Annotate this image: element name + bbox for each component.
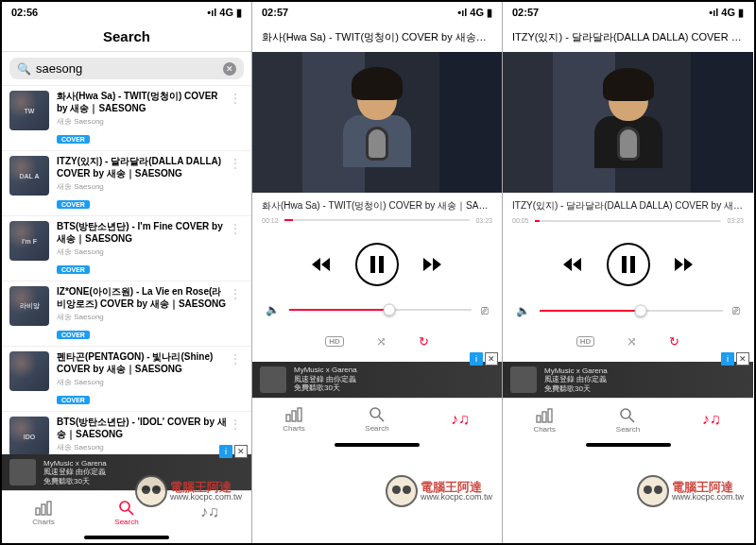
airplay-icon[interactable]: ⎚ <box>732 303 740 317</box>
phone-player-2: 02:57 •ıl 4G ▮ ITZY(있지) - 달라달라(DALLA DAL… <box>503 2 753 543</box>
more-options-button[interactable]: ⋮ <box>227 221 244 236</box>
ad-banner[interactable]: i ✕ MyMusic x Garena 風速登錄 由你定義 免費聽歌30天 <box>252 362 502 398</box>
ad-info-icon[interactable]: i <box>721 352 734 366</box>
status-bar: 02:57 •ıl 4G ▮ <box>503 2 753 23</box>
rewind-button[interactable] <box>561 256 584 273</box>
ad-close-button[interactable]: ✕ <box>736 352 749 366</box>
ad-close-button[interactable]: ✕ <box>234 445 248 458</box>
watermark-logo <box>386 475 418 507</box>
airplay-icon[interactable]: ⎚ <box>481 303 489 317</box>
status-bar: 02:56 •ıl 4G ▮ <box>2 2 251 23</box>
svg-point-10 <box>370 408 380 417</box>
svg-rect-13 <box>630 256 635 273</box>
home-indicator[interactable] <box>84 536 169 539</box>
music-icon: ♪♫ <box>451 411 470 428</box>
svg-rect-12 <box>622 256 627 273</box>
repeat-button[interactable]: ↻ <box>669 334 679 349</box>
pause-button[interactable] <box>355 243 399 286</box>
progress-bar[interactable] <box>535 220 722 222</box>
music-icon: ♪♫ <box>200 503 219 520</box>
tab-search[interactable]: Search <box>586 399 669 441</box>
rewind-button[interactable] <box>310 256 333 273</box>
volume-icon[interactable]: 🔈 <box>516 304 530 317</box>
ad-banner[interactable]: i ✕ MyMusic x Garena 風速登錄 由你定義 免費聽歌30天 <box>503 362 753 398</box>
ad-thumbnail <box>510 366 537 393</box>
ad-close-button[interactable]: ✕ <box>485 352 498 366</box>
ad-text: MyMusic x Garena 風速登錄 由你定義 免費聽歌30天 <box>544 366 746 394</box>
pause-button[interactable] <box>607 243 650 286</box>
tab-music[interactable]: ♪♫ <box>670 399 753 441</box>
result-thumbnail: I'm F <box>9 221 49 261</box>
volume-row: 🔈 ⎚ <box>252 296 502 325</box>
status-right: •ıl 4G ▮ <box>709 7 744 19</box>
shuffle-button[interactable]: ⤨ <box>627 334 637 349</box>
page-title: Search <box>103 28 150 44</box>
video-header: 화사(Hwa Sa) - TWIT(멍청이) COVER by 새송｜SA... <box>252 23 502 52</box>
result-subtitle: 새송 Saesong <box>57 181 227 192</box>
forward-button[interactable] <box>421 256 444 273</box>
tab-music[interactable]: ♪♫ <box>419 399 502 441</box>
forward-button[interactable] <box>673 256 696 273</box>
search-input[interactable] <box>36 61 223 76</box>
video-player[interactable] <box>252 52 502 193</box>
home-indicator[interactable] <box>586 443 671 447</box>
search-tab-icon <box>369 406 386 423</box>
tab-bar: Charts Search ♪♫ <box>503 398 753 441</box>
more-options-button[interactable]: ⋮ <box>227 91 244 106</box>
time-current: 00:12 <box>262 217 279 224</box>
result-title: 펜타곤(PENTAGON) - 빛나리(Shine) COVER by 새송｜S… <box>57 351 227 375</box>
home-indicator[interactable] <box>335 443 420 447</box>
charts-icon <box>285 406 302 423</box>
search-result-item[interactable]: 라비앙 IZ*ONE(아이즈원) - La Vie en Rose(라비앙로즈)… <box>2 281 251 347</box>
tab-search[interactable]: Search <box>335 399 419 441</box>
svg-rect-7 <box>286 415 290 421</box>
ad-info-icon[interactable]: i <box>470 352 483 366</box>
svg-rect-16 <box>548 409 552 422</box>
tab-charts[interactable]: Charts <box>252 399 335 441</box>
result-title: BTS(방탄소년단) - 'IDOL' COVER by 새송｜SAESONG <box>57 417 227 440</box>
result-title: BTS(방탄소년단) - I'm Fine COVER by 새송｜SAESON… <box>57 221 227 245</box>
tab-music[interactable]: ♪♫ <box>168 491 251 534</box>
ad-info-icon[interactable]: i <box>219 445 232 458</box>
volume-slider[interactable] <box>540 310 723 312</box>
search-result-item[interactable]: DAL A ITZY(있지) - 달라달라(DALLA DALLA) COVER… <box>2 151 251 216</box>
hd-button[interactable]: HD <box>576 336 595 347</box>
playback-controls <box>252 230 502 296</box>
more-options-button[interactable]: ⋮ <box>227 156 244 171</box>
svg-rect-8 <box>292 411 296 421</box>
battery-icon: ▮ <box>738 7 744 19</box>
search-result-item[interactable]: TW 화사(Hwa Sa) - TWIT(멍청이) COVER by 새송｜SA… <box>2 86 251 151</box>
result-content: BTS(방탄소년단) - I'm Fine COVER by 새송｜SAESON… <box>57 221 227 276</box>
video-player[interactable] <box>503 52 753 193</box>
result-subtitle: 새송 Saesong <box>57 116 227 127</box>
signal-icon: •ıl <box>207 7 216 18</box>
more-options-button[interactable]: ⋮ <box>227 417 244 432</box>
battery-icon: ▮ <box>236 7 242 19</box>
progress-bar[interactable] <box>284 219 471 221</box>
more-options-button[interactable]: ⋮ <box>227 351 244 366</box>
search-results-list[interactable]: TW 화사(Hwa Sa) - TWIT(멍청이) COVER by 새송｜SA… <box>2 86 251 454</box>
music-icon: ♪♫ <box>702 411 721 428</box>
search-result-item[interactable]: IDO BTS(방탄소년단) - 'IDOL' COVER by 새송｜SAES… <box>2 412 251 454</box>
clear-search-button[interactable]: ✕ <box>223 62 236 76</box>
volume-icon[interactable]: 🔈 <box>266 303 280 316</box>
svg-rect-14 <box>537 416 541 422</box>
result-subtitle: 새송 Saesong <box>57 377 227 387</box>
tab-charts[interactable]: Charts <box>2 491 85 534</box>
result-title: 화사(Hwa Sa) - TWIT(멍청이) COVER by 새송｜SAESO… <box>57 91 227 114</box>
ad-banner[interactable]: i ✕ MyMusic x Garena 風速登錄 由你定義 免費聽歌30天 <box>2 454 251 490</box>
result-subtitle: 새송 Saesong <box>57 247 227 257</box>
tab-charts[interactable]: Charts <box>503 399 586 441</box>
search-result-item[interactable]: I'm F BTS(방탄소년단) - I'm Fine COVER by 새송｜… <box>2 216 251 281</box>
search-box[interactable]: 🔍 ✕ <box>9 58 244 79</box>
volume-slider[interactable] <box>289 309 472 311</box>
search-result-item[interactable]: 펜타곤(PENTAGON) - 빛나리(Shine) COVER by 새송｜S… <box>2 347 251 412</box>
svg-rect-2 <box>47 502 51 515</box>
more-options-button[interactable]: ⋮ <box>227 286 244 301</box>
charts-icon <box>35 500 52 517</box>
shuffle-button[interactable]: ⤨ <box>376 334 387 349</box>
hd-button[interactable]: HD <box>325 336 344 347</box>
tab-search[interactable]: Search <box>85 491 168 534</box>
repeat-button[interactable]: ↻ <box>419 334 429 349</box>
progress-row: 00:05 03:23 <box>503 215 753 230</box>
